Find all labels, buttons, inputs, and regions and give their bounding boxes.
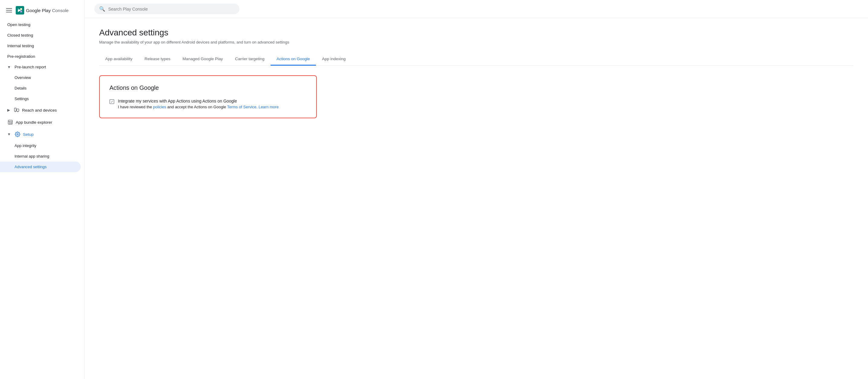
tab-managed-google-play[interactable]: Managed Google Play [177,53,229,66]
tab-actions-on-google[interactable]: Actions on Google [271,53,316,66]
policies-link[interactable]: policies [153,105,166,109]
sidebar-item-app-integrity[interactable]: App integrity [0,140,81,151]
reach-devices-label: Reach and devices [22,108,57,113]
desc-prefix: I have reviewed the [118,105,153,109]
svg-rect-7 [8,120,12,124]
app-bundle-label: App bundle explorer [16,120,52,125]
pre-registration-label: Pre-registration [7,54,35,59]
overview-label: Overview [14,75,31,80]
sidebar-item-closed-testing[interactable]: Closed testing [0,30,81,40]
chevron-down-icon-setup: ▼ [7,132,11,137]
reach-devices-icon [13,107,20,113]
svg-rect-2 [20,10,22,12]
sidebar-header: Google Play Console [0,2,84,18]
setup-icon [14,131,21,137]
actions-on-google-card: Actions on Google ✓ Integrate my service… [99,75,317,118]
page-subtitle: Manage the availability of your app on d… [99,40,854,45]
sidebar-item-pre-launch-report[interactable]: ▼ Pre-launch report [0,62,81,72]
checkbox-content: Integrate my services with App Actions u… [118,98,279,109]
checkbox-desc: I have reviewed the policies and accept … [118,105,279,109]
desc-middle: and accept the Actions on Google [166,105,227,109]
svg-rect-3 [14,108,16,111]
topbar: 🔍 [85,0,868,18]
internal-testing-label: Internal testing [7,43,34,48]
sidebar-item-details[interactable]: Details [0,83,81,93]
sidebar-item-settings[interactable]: Settings [0,93,81,104]
sidebar-nav: Open testing Closed testing Internal tes… [0,18,84,377]
card-title: Actions on Google [110,84,307,91]
tab-app-availability[interactable]: App availability [99,53,138,66]
checkbox-wrap: ✓ [110,99,114,104]
sidebar-item-app-bundle-explorer[interactable]: App bundle explorer [0,116,81,128]
details-label: Details [14,86,27,90]
search-box[interactable]: 🔍 [94,4,240,14]
sidebar-item-open-testing[interactable]: Open testing [0,19,81,30]
play-console-logo-icon [16,6,24,14]
app-name: Google Play Console [26,8,69,13]
search-icon: 🔍 [99,6,105,12]
bundle-explorer-icon [7,119,13,125]
checkbox-label: Integrate my services with App Actions u… [118,98,279,104]
svg-rect-8 [10,122,12,124]
sidebar-item-setup[interactable]: ▼ Setup [0,128,81,140]
sidebar-item-advanced-settings[interactable]: Advanced settings [0,162,81,172]
search-input[interactable] [108,7,235,11]
tab-app-indexing[interactable]: App indexing [316,53,351,66]
checkbox-row: ✓ Integrate my services with App Actions… [110,98,307,109]
svg-rect-4 [17,109,19,111]
page-content: Advanced settings Manage the availabilit… [85,18,868,379]
setup-label: Setup [23,132,34,137]
sidebar-item-overview[interactable]: Overview [0,72,81,83]
app-integrity-label: App integrity [14,143,36,148]
internal-app-sharing-label: Internal app sharing [14,154,49,158]
integrate-checkbox[interactable]: ✓ [110,99,114,104]
hamburger-menu[interactable] [5,7,13,13]
tos-link[interactable]: Terms of Service. [227,105,257,109]
pre-launch-report-label: Pre-launch report [14,65,46,69]
tabs-bar: App availability Release types Managed G… [99,53,854,66]
sidebar: Google Play Console Open testing Closed … [0,0,85,379]
tab-release-types[interactable]: Release types [138,53,177,66]
sidebar-item-pre-registration[interactable]: Pre-registration [0,51,81,62]
closed-testing-label: Closed testing [7,33,33,37]
tab-carrier-targeting[interactable]: Carrier targeting [229,53,271,66]
svg-rect-1 [20,8,22,10]
settings-label: Settings [14,96,29,101]
chevron-down-icon: ▼ [7,65,11,69]
chevron-right-icon: ▶ [7,108,10,112]
sidebar-item-internal-app-sharing[interactable]: Internal app sharing [0,151,81,162]
sidebar-item-reach-and-devices[interactable]: ▶ Reach and devices [0,104,81,116]
advanced-settings-label: Advanced settings [14,165,46,169]
sidebar-item-internal-testing[interactable]: Internal testing [0,40,81,51]
open-testing-label: Open testing [7,22,31,27]
logo: Google Play Console [16,6,69,14]
svg-point-9 [17,134,19,135]
learn-more-link[interactable]: Learn more [257,105,279,109]
main-content: 🔍 Advanced settings Manage the availabil… [85,0,868,379]
page-title: Advanced settings [99,28,854,37]
checkmark-icon: ✓ [111,100,113,104]
